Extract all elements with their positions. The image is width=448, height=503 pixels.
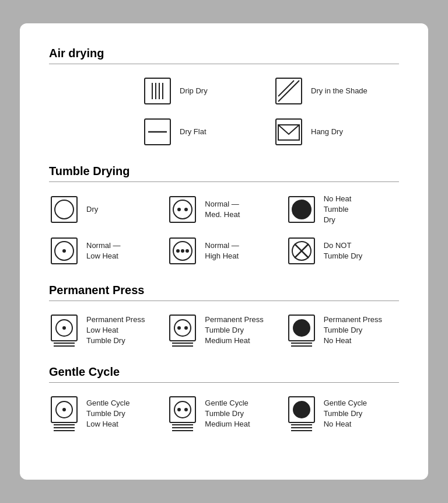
- svg-point-56: [184, 408, 188, 411]
- svg-point-13: [55, 200, 74, 219]
- pp-low-heat-label: Permanent PressLow HeatTumble Dry: [86, 315, 145, 347]
- tumble-med-icon: [167, 194, 198, 225]
- drip-dry-icon: [142, 76, 173, 106]
- svg-point-27: [186, 249, 189, 253]
- normal-med-heat-label: Normal —Med. Heat: [205, 199, 240, 220]
- gc-med-icon: [167, 394, 198, 433]
- gc-low-icon: [49, 394, 79, 433]
- svg-rect-53: [170, 397, 195, 422]
- section-tumble-drying: Tumble Drying Dry: [49, 165, 399, 267]
- hang-dry-label: Hang Dry: [311, 127, 343, 137]
- pp-med-icon: [167, 313, 198, 348]
- do-not-tumble-label: Do NOTTumble Dry: [324, 240, 363, 261]
- main-card: Air drying Drip Dry: [20, 23, 428, 480]
- tumble-high-icon: [167, 236, 198, 266]
- item-normal-low-heat: Normal —Low Heat: [49, 236, 162, 266]
- svg-point-61: [293, 401, 310, 418]
- dry-in-shade-icon: [274, 76, 304, 106]
- section-title-permanent-press: Permanent Press: [49, 284, 399, 297]
- no-tumble-icon: [286, 236, 317, 266]
- section-permanent-press: Permanent Press Permanent PressLow HeatT…: [49, 284, 399, 348]
- section-title-tumble-drying: Tumble Drying: [49, 165, 399, 178]
- pp-no-heat-label: Permanent PressTumble DryNo Heat: [324, 315, 382, 347]
- item-pp-no-heat: Permanent PressTumble DryNo Heat: [286, 313, 399, 348]
- item-gc-no-heat: Gentle CycleTumble DryNo Heat: [286, 394, 399, 433]
- item-normal-high-heat: Normal —High Heat: [167, 236, 280, 266]
- svg-point-26: [181, 249, 184, 253]
- hang-dry-icon: [274, 117, 304, 147]
- svg-point-39: [177, 326, 181, 330]
- svg-rect-37: [170, 315, 195, 341]
- svg-point-38: [174, 320, 191, 336]
- normal-high-heat-label: Normal —High Heat: [205, 240, 239, 261]
- item-gc-med-heat: Gentle CycleTumble DryMedium Heat: [167, 394, 280, 433]
- drip-dry-label: Drip Dry: [180, 86, 208, 96]
- item-pp-low-heat: Permanent PressLow HeatTumble Dry: [49, 313, 162, 348]
- item-dry-flat: Dry Flat: [142, 117, 268, 147]
- pp-med-heat-label: Permanent PressTumble DryMedium Heat: [205, 315, 263, 347]
- dry-in-shade-label: Dry in the Shade: [311, 86, 368, 96]
- pp-low-icon: [49, 313, 79, 348]
- gc-med-heat-label: Gentle CycleTumble DryMedium Heat: [205, 398, 250, 430]
- gc-no-heat-icon: [286, 394, 317, 433]
- tumble-low-icon: [49, 236, 79, 266]
- svg-rect-0: [145, 78, 170, 104]
- section-title-gentle-cycle: Gentle Cycle: [49, 365, 399, 379]
- normal-low-heat-label: Normal —Low Heat: [86, 240, 121, 261]
- item-normal-med-heat: Normal —Med. Heat: [167, 194, 280, 226]
- svg-point-19: [292, 200, 311, 219]
- dry-flat-icon: [142, 117, 173, 147]
- dry-flat-label: Dry Flat: [180, 127, 206, 137]
- pp-no-heat-icon: [286, 313, 317, 348]
- section-gentle-cycle: Gentle Cycle Gentle CycleTumble DryLow H…: [49, 365, 399, 433]
- gc-low-heat-label: Gentle CycleTumble DryLow Heat: [86, 398, 130, 430]
- svg-point-17: [184, 208, 188, 211]
- section-title-air-drying: Air drying: [49, 47, 399, 60]
- svg-point-22: [62, 249, 66, 253]
- item-do-not-tumble: Do NOTTumble Dry: [286, 236, 399, 266]
- svg-line-6: [278, 81, 299, 102]
- section-air-drying: Air drying Drip Dry: [49, 47, 399, 147]
- item-gc-low-heat: Gentle CycleTumble DryLow Heat: [49, 394, 162, 433]
- svg-point-55: [177, 408, 181, 411]
- svg-point-44: [293, 320, 310, 336]
- item-drip-dry: Drip Dry: [142, 76, 268, 106]
- tumble-no-heat-icon: [286, 194, 317, 225]
- svg-rect-10: [276, 119, 302, 145]
- svg-point-15: [173, 200, 192, 219]
- no-heat-tumble-label: No HeatTumbleDry: [324, 194, 352, 226]
- svg-point-54: [174, 401, 191, 418]
- item-hang-dry: Hang Dry: [274, 117, 399, 147]
- item-pp-med-heat: Permanent PressTumble DryMedium Heat: [167, 313, 280, 348]
- svg-point-40: [184, 326, 188, 330]
- dry-label: Dry: [86, 204, 98, 215]
- svg-point-16: [177, 208, 181, 211]
- item-dry-in-shade: Dry in the Shade: [274, 76, 399, 106]
- svg-point-34: [62, 326, 66, 330]
- tumble-dry-icon: [49, 194, 79, 225]
- gc-no-heat-label: Gentle CycleTumble DryNo Heat: [324, 398, 367, 430]
- item-dry: Dry: [49, 194, 162, 226]
- item-no-heat-tumble: No HeatTumbleDry: [286, 194, 399, 226]
- svg-point-25: [176, 249, 180, 253]
- svg-point-49: [62, 408, 66, 411]
